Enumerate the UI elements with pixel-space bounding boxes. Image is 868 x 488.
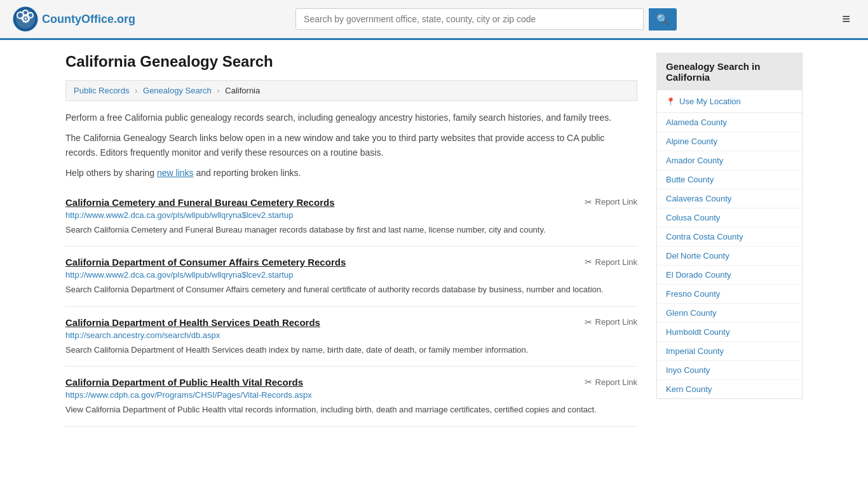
result-url[interactable]: http://search.ancestry.com/search/db.asp…	[65, 330, 637, 340]
sidebar-item-county-1[interactable]: Alpine County	[657, 132, 802, 151]
sidebar-item-county-5[interactable]: Colusa County	[657, 208, 802, 227]
report-icon: ✂	[585, 257, 592, 267]
result-item: California Department of Public Health V…	[65, 367, 637, 427]
content-wrapper: California Genealogy Search Public Recor…	[53, 40, 815, 440]
sidebar-item-county-13[interactable]: Inyo County	[657, 361, 802, 380]
report-link[interactable]: ✂ Report Link	[585, 197, 637, 207]
result-header: California Department of Health Services…	[65, 317, 637, 328]
result-desc: Search California Department of Health S…	[65, 344, 637, 356]
result-header: California Cemetery and Funeral Bureau C…	[65, 197, 637, 208]
result-title[interactable]: California Department of Consumer Affair…	[65, 257, 346, 268]
new-links-link[interactable]: new links	[157, 168, 194, 178]
result-url[interactable]: http://www.www2.dca.ca.gov/pls/wllpub/wl…	[65, 210, 637, 220]
use-my-location[interactable]: 📍 Use My Location	[657, 90, 802, 113]
report-link[interactable]: ✂ Report Link	[585, 377, 637, 387]
report-label: Report Link	[595, 197, 637, 207]
result-item: California Department of Consumer Affair…	[65, 247, 637, 307]
report-label: Report Link	[595, 257, 637, 267]
report-icon: ✂	[585, 377, 592, 387]
main-content: California Genealogy Search Public Recor…	[65, 53, 637, 427]
result-title[interactable]: California Department of Public Health V…	[65, 377, 303, 388]
intro-paragraph-1: Perform a free California public genealo…	[65, 111, 637, 125]
report-link[interactable]: ✂ Report Link	[585, 257, 637, 267]
results-list: California Cemetery and Funeral Bureau C…	[65, 187, 637, 427]
sidebar-title: Genealogy Search in California	[657, 53, 802, 90]
breadcrumb-link-public-records[interactable]: Public Records	[74, 86, 129, 95]
sidebar-item-county-4[interactable]: Calaveras County	[657, 189, 802, 208]
result-item: California Cemetery and Funeral Bureau C…	[65, 187, 637, 247]
result-title[interactable]: California Cemetery and Funeral Bureau C…	[65, 197, 334, 208]
report-icon: ✂	[585, 317, 592, 327]
report-link[interactable]: ✂ Report Link	[585, 317, 637, 327]
sidebar-item-county-2[interactable]: Amador County	[657, 151, 802, 170]
menu-button[interactable]: ≡	[837, 8, 855, 30]
search-input[interactable]	[295, 8, 644, 30]
search-area: 🔍	[295, 8, 677, 30]
logo-icon: ⚙	[13, 6, 38, 32]
breadcrumb-sep-1: ›	[135, 86, 137, 95]
report-label: Report Link	[595, 377, 637, 387]
location-icon: 📍	[666, 97, 675, 106]
result-url[interactable]: http://www.www2.dca.ca.gov/pls/wllpub/wl…	[65, 270, 637, 280]
result-title[interactable]: California Department of Health Services…	[65, 317, 320, 328]
result-desc: Search California Cemetery and Funeral B…	[65, 224, 637, 236]
search-button[interactable]: 🔍	[649, 8, 677, 30]
breadcrumb-current: California	[225, 86, 260, 95]
sidebar-item-county-10[interactable]: Glenn County	[657, 304, 802, 323]
result-desc: Search California Department of Consumer…	[65, 283, 637, 296]
sidebar-item-county-12[interactable]: Imperial County	[657, 342, 802, 361]
sidebar-item-county-3[interactable]: Butte County	[657, 170, 802, 189]
sidebar-item-county-7[interactable]: Del Norte County	[657, 247, 802, 266]
intro-paragraph-2: The California Genealogy Search links be…	[65, 131, 637, 159]
logo: ⚙ CountyOffice.org	[13, 6, 135, 32]
sidebar-item-county-6[interactable]: Contra Costa County	[657, 227, 802, 247]
sidebar: Genealogy Search in California 📍 Use My …	[656, 53, 803, 427]
sidebar-section: Genealogy Search in California 📍 Use My …	[656, 53, 803, 399]
report-icon: ✂	[585, 197, 592, 207]
logo-suffix: .org	[114, 13, 135, 25]
breadcrumb: Public Records › Genealogy Search › Cali…	[65, 80, 637, 101]
result-url[interactable]: https://www.cdph.ca.gov/Programs/CHSI/Pa…	[65, 390, 637, 400]
result-header: California Department of Consumer Affair…	[65, 257, 637, 268]
result-item: California Department of Health Services…	[65, 307, 637, 367]
header: ⚙ CountyOffice.org 🔍 ≡	[0, 0, 868, 40]
logo-text: CountyOffice.org	[42, 13, 135, 26]
breadcrumb-link-genealogy[interactable]: Genealogy Search	[143, 86, 212, 95]
report-label: Report Link	[595, 317, 637, 327]
sidebar-item-county-14[interactable]: Kern County	[657, 380, 802, 398]
result-desc: View California Department of Public Hea…	[65, 403, 637, 416]
breadcrumb-sep-2: ›	[217, 86, 219, 95]
sidebar-item-county-8[interactable]: El Dorado County	[657, 266, 802, 285]
intro-paragraph-3: Help others by sharing new links and rep…	[65, 166, 637, 180]
page-title: California Genealogy Search	[65, 53, 637, 71]
sidebar-item-county-0[interactable]: Alameda County	[657, 113, 802, 132]
result-header: California Department of Public Health V…	[65, 377, 637, 388]
use-location-label: Use My Location	[679, 97, 741, 106]
logo-brand: CountyOffice	[42, 13, 114, 25]
sidebar-item-county-9[interactable]: Fresno County	[657, 285, 802, 304]
sidebar-item-county-11[interactable]: Humboldt County	[657, 323, 802, 342]
